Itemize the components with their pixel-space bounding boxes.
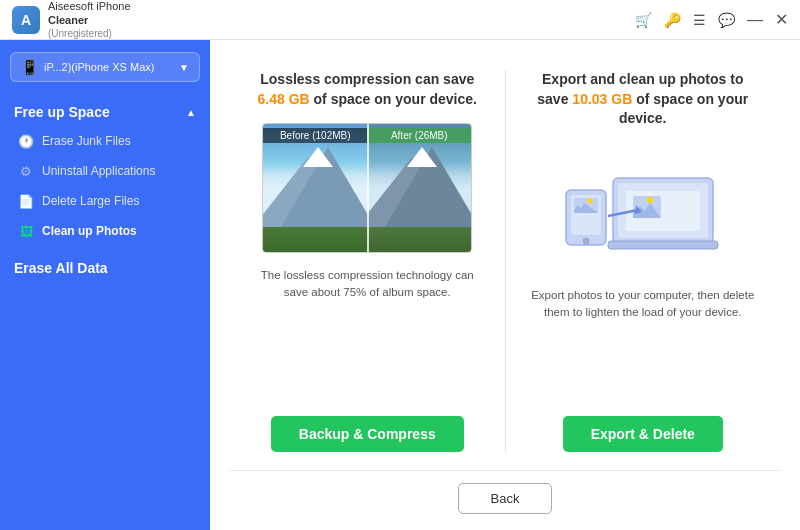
chevron-up-icon: ▲ [186,107,196,118]
snow-cap [303,147,333,167]
export-description: Export photos to your computer, then del… [526,287,761,400]
sidebar-item-label: Erase Junk Files [42,134,131,148]
chevron-down-icon: ▼ [179,62,189,73]
export-svg [558,148,728,268]
ground [263,227,367,252]
erase-all-data-item[interactable]: Erase All Data [0,246,210,284]
snow-cap-after [407,147,437,167]
sidebar-item-label: Uninstall Applications [42,164,155,178]
main-layout: 📱 iP...2)(iPhone XS Max) ▼ Free up Space… [0,40,800,530]
cart-icon[interactable]: 🛒 [635,12,652,28]
before-scene [263,124,367,252]
close-icon[interactable]: ✕ [775,10,788,29]
after-label: After (26MB) [367,128,471,143]
file-icon: 📄 [18,193,34,209]
minimize-icon[interactable]: — [747,11,763,29]
compress-panel: Lossless compression can save 6.48 GB of… [230,60,505,462]
export-panel: Export and clean up photos to save 10.03… [506,60,781,462]
sidebar-item-uninstall[interactable]: ⚙ Uninstall Applications [0,156,210,186]
clock-icon: 🕐 [18,133,34,149]
chat-icon[interactable]: 💬 [718,12,735,28]
phone-icon: 📱 [21,59,38,75]
free-up-space-header[interactable]: Free up Space ▲ [0,94,210,126]
title-bar: A Aiseesoft iPhone Cleaner (Unregistered… [0,0,800,40]
erase-all-data-label: Erase All Data [14,260,108,276]
sidebar-item-clean-photos[interactable]: 🖼 Clean up Photos [0,216,210,246]
sidebar-item-delete-large[interactable]: 📄 Delete Large Files [0,186,210,216]
backup-compress-button[interactable]: Backup & Compress [271,416,464,452]
menu-icon[interactable]: ☰ [693,12,706,28]
svg-point-11 [587,198,592,203]
after-image: After (26MB) [367,124,471,252]
back-button[interactable]: Back [458,483,553,514]
export-delete-button[interactable]: Export & Delete [563,416,723,452]
device-selector[interactable]: 📱 iP...2)(iPhone XS Max) ▼ [10,52,200,82]
image-comparison: Before (102MB) After (26MB) [262,123,472,253]
sidebar-item-erase-junk[interactable]: 🕐 Erase Junk Files [0,126,210,156]
content-area: Lossless compression can save 6.48 GB of… [210,40,800,530]
gear-icon: ⚙ [18,163,34,179]
sidebar: 📱 iP...2)(iPhone XS Max) ▼ Free up Space… [0,40,210,530]
app-logo: A [12,6,40,34]
compress-description: The lossless compression technology can … [250,267,485,400]
compress-title: Lossless compression can save 6.48 GB of… [250,70,485,109]
section-title-free: Free up Space [14,104,110,120]
after-scene [367,124,471,252]
before-label: Before (102MB) [263,128,367,143]
export-title: Export and clean up photos to save 10.03… [526,70,761,129]
key-icon[interactable]: 🔑 [664,12,681,28]
photo-icon: 🖼 [18,223,34,239]
ground-after [367,227,471,252]
free-up-space-section: Free up Space ▲ 🕐 Erase Junk Files ⚙ Uni… [0,94,210,246]
sidebar-item-label: Clean up Photos [42,224,137,238]
content-panels: Lossless compression can save 6.48 GB of… [230,60,780,462]
svg-point-6 [647,197,653,203]
content-footer: Back [230,470,780,514]
app-title: Aiseesoft iPhone Cleaner (Unregistered) [48,0,635,40]
window-controls: 🛒 🔑 ☰ 💬 — ✕ [635,10,788,29]
svg-point-12 [583,238,589,244]
comparison-divider [367,124,369,252]
before-image: Before (102MB) [263,124,367,252]
device-name: iP...2)(iPhone XS Max) [44,61,173,73]
export-illustration [553,143,733,273]
sidebar-item-label: Delete Large Files [42,194,139,208]
svg-rect-2 [608,241,718,249]
